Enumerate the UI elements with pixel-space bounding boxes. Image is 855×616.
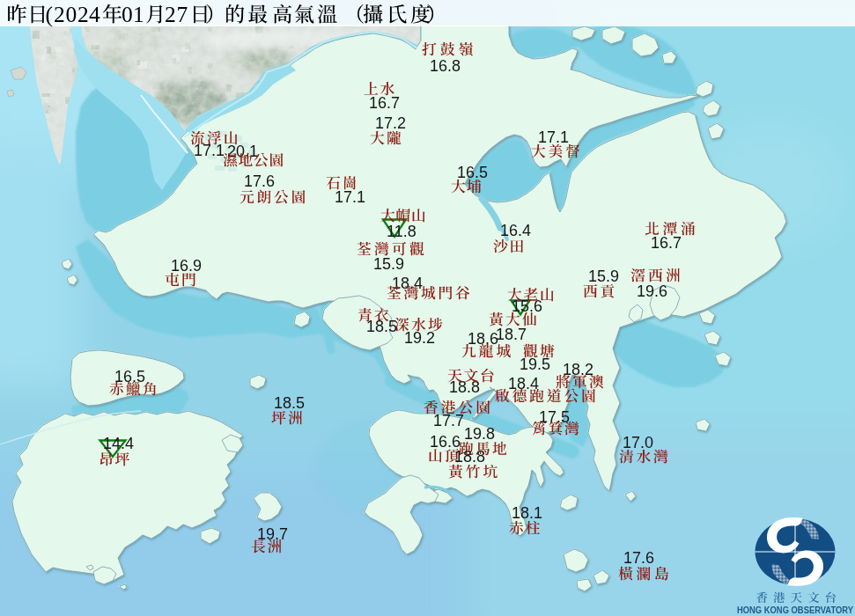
- svg-text:2: 2: [77, 2, 89, 27]
- svg-text:18.8: 18.8: [454, 448, 485, 466]
- svg-text:17.1: 17.1: [538, 128, 569, 146]
- svg-text:14.4: 14.4: [103, 435, 134, 452]
- svg-text:19.2: 19.2: [404, 329, 435, 347]
- svg-text:16.9: 16.9: [171, 257, 202, 275]
- svg-text:19.5: 19.5: [520, 356, 550, 373]
- svg-text:HONG KONG OBSERVATORY: HONG KONG OBSERVATORY: [737, 605, 853, 615]
- svg-text:17.7: 17.7: [433, 412, 464, 429]
- svg-text:2: 2: [165, 2, 176, 27]
- svg-text:17.0: 17.0: [623, 434, 653, 451]
- svg-text:18.5: 18.5: [274, 394, 305, 412]
- svg-text:18.1: 18.1: [512, 504, 542, 522]
- svg-text:15.6: 15.6: [512, 297, 542, 315]
- svg-text:(: (: [46, 2, 54, 27]
- svg-text:4: 4: [89, 2, 100, 27]
- svg-text:17.2: 17.2: [375, 114, 406, 132]
- svg-text:0: 0: [122, 2, 133, 27]
- svg-text:15.9: 15.9: [373, 255, 404, 273]
- svg-text:11.8: 11.8: [387, 223, 416, 240]
- svg-text:16.4: 16.4: [500, 222, 531, 239]
- svg-text:0: 0: [66, 2, 77, 27]
- svg-text:15.9: 15.9: [588, 268, 619, 285]
- svg-text:17.1: 17.1: [335, 188, 365, 206]
- svg-text:7: 7: [177, 2, 188, 27]
- svg-text:16.5: 16.5: [457, 164, 488, 181]
- svg-text:19.8: 19.8: [464, 425, 495, 443]
- svg-text:16.7: 16.7: [651, 234, 682, 252]
- svg-text:18.7: 18.7: [496, 326, 527, 343]
- svg-text:16.8: 16.8: [430, 57, 461, 75]
- svg-text:1: 1: [133, 2, 144, 27]
- svg-text:17.6: 17.6: [244, 172, 275, 190]
- svg-text:18.5: 18.5: [366, 318, 397, 335]
- svg-text:16.7: 16.7: [369, 94, 400, 112]
- svg-text:17.6: 17.6: [623, 549, 654, 567]
- svg-text:2: 2: [54, 2, 65, 27]
- svg-text:16.5: 16.5: [114, 368, 145, 385]
- svg-text:19.6: 19.6: [637, 282, 667, 300]
